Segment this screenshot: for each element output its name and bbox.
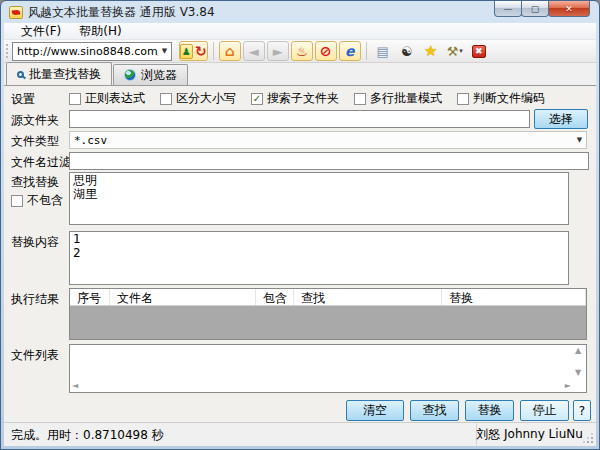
save-icon: ▤ [377, 44, 389, 59]
tools-icon: ⚒ [447, 44, 459, 59]
source-folder-input[interactable] [69, 110, 530, 128]
checkbox-label: 判断文件编码 [473, 90, 545, 107]
select-folder-button[interactable]: 选择 [534, 109, 588, 129]
resize-grip-icon[interactable] [584, 434, 594, 444]
stop-button-bottom[interactable]: 停止 [520, 400, 569, 421]
checkbox-icon[interactable] [457, 93, 469, 105]
checkbox-search-subfolders[interactable]: ✓ 搜索子文件夹 [251, 90, 339, 107]
checkbox-multiline-batch[interactable]: 多行批量模式 [354, 90, 442, 107]
checkbox-exclude[interactable]: 不包含 [11, 192, 63, 209]
clear-button[interactable]: 清空 [346, 400, 404, 421]
checkbox-label: 搜索子文件夹 [267, 90, 339, 107]
checkbox-icon[interactable] [11, 195, 23, 207]
checkbox-label: 多行批量模式 [370, 90, 442, 107]
globe-icon: ☯ [401, 44, 413, 59]
stop-icon: ⊘ [320, 43, 332, 59]
delete-button[interactable]: ✖ [468, 41, 490, 61]
favorites-button[interactable]: ♨ [291, 41, 313, 61]
file-list-box[interactable]: ▲ ▼ ◄ ► [69, 344, 587, 393]
url-combobox[interactable]: http://www.sino8848.com/ ▼ [12, 42, 172, 61]
back-button[interactable]: ◄ [243, 41, 265, 61]
results-body-empty [70, 306, 586, 339]
toolbar-separator [213, 42, 214, 60]
home-button[interactable]: ⌂ [219, 41, 241, 61]
toolbar-separator [366, 42, 367, 60]
scroll-right-icon[interactable]: ► [565, 381, 571, 390]
window-controls: — ▢ ✕ [495, 1, 590, 17]
replace-content-textarea[interactable]: 1 2 [69, 231, 569, 285]
tab-bar: 批量查找替换 浏览器 [4, 63, 596, 85]
find-button[interactable]: 查找 [410, 400, 459, 421]
window-title: 风越文本批量替换器 通用版 V3.84 [28, 4, 215, 21]
flame-icon: ♨ [296, 44, 308, 59]
replace-button[interactable]: 替换 [465, 400, 514, 421]
checkbox-icon[interactable] [354, 93, 366, 105]
file-type-value: *.csv [70, 134, 573, 147]
browser-button[interactable]: e [339, 41, 361, 61]
tab-label: 浏览器 [141, 67, 177, 84]
checkbox-icon[interactable]: ✓ [251, 93, 263, 105]
tab-label: 批量查找替换 [29, 66, 101, 83]
filename-filter-input[interactable] [69, 152, 589, 170]
menu-help[interactable]: 帮助(H) [70, 23, 130, 39]
horizontal-scrollbar[interactable]: ◄ ► [72, 379, 571, 391]
menu-file[interactable]: 文件(F) [12, 23, 70, 39]
checkbox-icon[interactable] [69, 93, 81, 105]
results-header: 序号 文件名 包含 查找 替换 [70, 289, 586, 306]
checkbox-label: 正则表达式 [85, 90, 145, 107]
delete-icon: ✖ [472, 45, 486, 58]
status-message: 完成。用时：0.8710498 秒 [11, 427, 164, 444]
close-button[interactable]: ✕ [548, 1, 590, 17]
go-button[interactable]: ♟ ↻ [179, 41, 208, 61]
globe-button[interactable]: ☯ [396, 41, 418, 61]
minimize-button[interactable]: — [494, 1, 522, 17]
app-window: 风越文本批量替换器 通用版 V3.84 — ▢ ✕ 文件(F) 帮助(H) ht… [0, 0, 600, 450]
back-icon: ◄ [249, 44, 259, 59]
results-label: 执行结果 [11, 291, 59, 308]
column-header-index[interactable]: 序号 [70, 289, 110, 305]
source-folder-label: 源文件夹 [11, 112, 59, 129]
toolbar-grip[interactable] [6, 44, 9, 58]
save-button[interactable]: ▤ [372, 41, 394, 61]
help-button[interactable]: ? [573, 400, 591, 421]
column-header-filename[interactable]: 文件名 [110, 289, 256, 305]
scroll-down-icon[interactable]: ▼ [575, 368, 581, 377]
maximize-button[interactable]: ▢ [521, 1, 549, 17]
chevron-down-icon[interactable]: ▼ [158, 47, 171, 55]
vertical-scrollbar[interactable]: ▲ ▼ [572, 346, 584, 377]
scroll-up-icon[interactable]: ▲ [575, 346, 581, 355]
chevron-down-icon: ▾ [459, 47, 463, 55]
find-replace-textarea[interactable]: 思明 湖里 [69, 172, 569, 225]
checkbox-icon[interactable] [160, 93, 172, 105]
file-type-combobox[interactable]: *.csv ▼ [69, 131, 587, 149]
checkbox-case-sensitive[interactable]: 区分大小写 [160, 90, 236, 107]
column-header-contains[interactable]: 包含 [256, 289, 294, 305]
forward-button[interactable]: ► [267, 41, 289, 61]
menu-bar: 文件(F) 帮助(H) [4, 23, 596, 40]
star-button[interactable]: ★ [420, 41, 442, 61]
chevron-down-icon[interactable]: ▼ [573, 136, 586, 144]
results-table[interactable]: 序号 文件名 包含 查找 替换 [69, 288, 587, 340]
url-text: http://www.sino8848.com/ [13, 45, 158, 58]
settings-checkboxes: 正则表达式 区分大小写 ✓ 搜索子文件夹 多行批量模式 判断文件编码 [69, 90, 545, 107]
scroll-left-icon[interactable]: ◄ [72, 381, 78, 390]
go-person-icon: ♟ [180, 44, 193, 59]
tab-browser[interactable]: 浏览器 [113, 64, 188, 85]
checkbox-regex[interactable]: 正则表达式 [69, 90, 145, 107]
checkbox-detect-encoding[interactable]: 判断文件编码 [457, 90, 545, 107]
filename-filter-label: 文件名过滤 [11, 154, 71, 171]
stop-button[interactable]: ⊘ [315, 41, 337, 61]
column-header-find[interactable]: 查找 [294, 289, 442, 305]
tools-button[interactable]: ⚒ ▾ [444, 41, 466, 61]
file-type-label: 文件类型 [11, 133, 59, 150]
settings-label: 设置 [11, 91, 35, 108]
checkbox-label: 区分大小写 [176, 90, 236, 107]
forward-icon: ► [273, 44, 283, 59]
tab-batch-find-replace[interactable]: 批量查找替换 [6, 62, 112, 85]
globe-icon [124, 69, 136, 81]
checkbox-label: 不包含 [27, 192, 63, 209]
file-list-label: 文件列表 [11, 347, 59, 364]
app-logo-icon [9, 6, 23, 19]
star-icon: ★ [424, 42, 437, 60]
column-header-replace[interactable]: 替换 [442, 289, 586, 305]
